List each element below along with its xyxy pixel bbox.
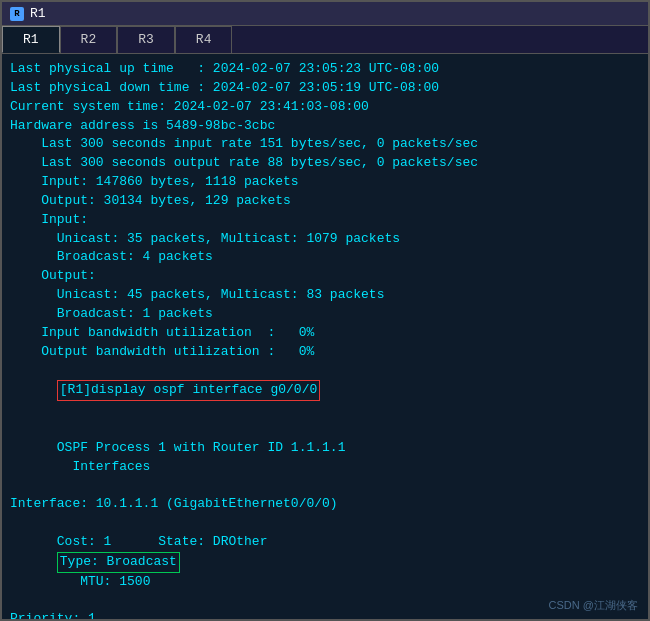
line-7: Input: 147860 bytes, 1118 packets bbox=[10, 173, 640, 192]
interface-line: Interface: 10.1.1.1 (GigabitEthernet0/0/… bbox=[10, 495, 640, 514]
watermark: CSDN @江湖侠客 bbox=[549, 598, 638, 613]
tab-r3[interactable]: R3 bbox=[117, 26, 175, 53]
line-4: Hardware address is 5489-98bc-3cbc bbox=[10, 117, 640, 136]
title-bar: R R1 bbox=[2, 2, 648, 26]
type-broadcast-highlight: Type: Broadcast bbox=[57, 552, 180, 573]
line-1: Last physical up time : 2024-02-07 23:05… bbox=[10, 60, 640, 79]
line-5: Last 300 seconds input rate 151 bytes/se… bbox=[10, 135, 640, 154]
priority-line: Priority: 1 bbox=[10, 610, 640, 619]
tab-r1[interactable]: R1 bbox=[2, 26, 60, 53]
line-16: Output bandwidth utilization : 0% bbox=[10, 343, 640, 362]
ospf-interfaces-line: Interfaces bbox=[10, 458, 640, 477]
terminal-output: Last physical up time : 2024-02-07 23:05… bbox=[2, 54, 648, 619]
ospf-command: [R1]display ospf interface g0/0/0 bbox=[57, 380, 320, 401]
line-3: Current system time: 2024-02-07 23:41:03… bbox=[10, 98, 640, 117]
cost-state-line: Cost: 1 State: DROther Type: Broadcast M… bbox=[10, 514, 640, 610]
line-10: Unicast: 35 packets, Multicast: 1079 pac… bbox=[10, 230, 640, 249]
line-2: Last physical down time : 2024-02-07 23:… bbox=[10, 79, 640, 98]
line-11: Broadcast: 4 packets bbox=[10, 248, 640, 267]
line-15: Input bandwidth utilization : 0% bbox=[10, 324, 640, 343]
line-6: Last 300 seconds output rate 88 bytes/se… bbox=[10, 154, 640, 173]
ospf-blank-1 bbox=[10, 420, 640, 439]
main-window: R R1 R1 R2 R3 R4 Last physical up time :… bbox=[0, 0, 650, 621]
line-14: Broadcast: 1 packets bbox=[10, 305, 640, 324]
cost-state-text: Cost: 1 State: DROther bbox=[57, 534, 268, 549]
line-9: Input: bbox=[10, 211, 640, 230]
window-title: R1 bbox=[30, 6, 46, 21]
command-line: [R1]display ospf interface g0/0/0 bbox=[10, 362, 640, 421]
ospf-process-line: OSPF Process 1 with Router ID 1.1.1.1 bbox=[10, 439, 640, 458]
window-icon: R bbox=[10, 7, 24, 21]
tab-r4[interactable]: R4 bbox=[175, 26, 233, 53]
line-12: Output: bbox=[10, 267, 640, 286]
mtu-text: MTU: 1500 bbox=[57, 574, 151, 589]
line-13: Unicast: 45 packets, Multicast: 83 packe… bbox=[10, 286, 640, 305]
tab-bar: R1 R2 R3 R4 bbox=[2, 26, 648, 54]
line-8: Output: 30134 bytes, 129 packets bbox=[10, 192, 640, 211]
ospf-blank-2 bbox=[10, 477, 640, 496]
tab-r2[interactable]: R2 bbox=[60, 26, 118, 53]
